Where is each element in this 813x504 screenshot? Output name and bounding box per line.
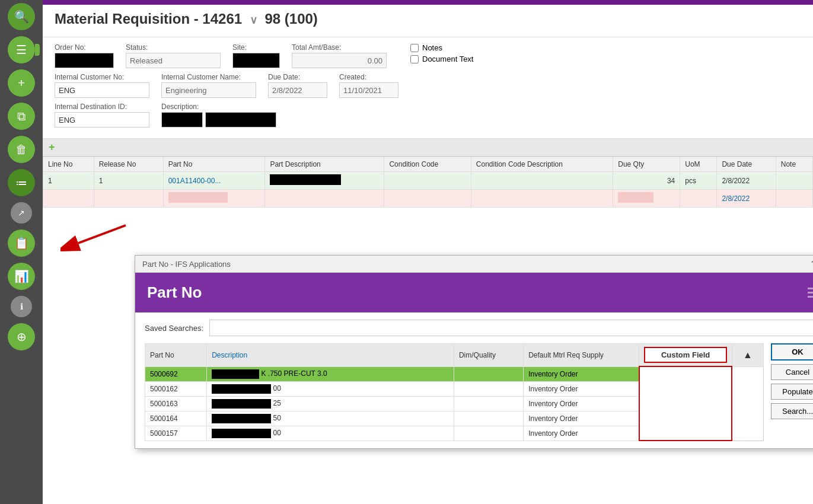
notes-checkbox[interactable] [410, 44, 419, 52]
internal-customer-name-group: Internal Customer Name: Engineering [161, 73, 256, 98]
form-section: Order No: Status: Released Site: Total A… [43, 37, 813, 138]
form-row-1: Order No: Status: Released Site: Total A… [55, 43, 801, 68]
order-no-input[interactable] [55, 53, 114, 68]
modal-titlebar: Part No - IFS Applications ? × [135, 256, 813, 273]
sidebar-btn-add2[interactable]: ⊕ [8, 323, 35, 350]
grid-header: Line No Release No Part No Part Descript… [43, 157, 813, 172]
description-label: Description: [161, 103, 276, 111]
cell-modal-supply-2: Inventory Order [524, 381, 639, 396]
cell-line-no-2 [43, 190, 94, 208]
grid-toolbar: + [43, 139, 813, 157]
modal-col-description: Description [207, 344, 454, 367]
cell-modal-desc-4: 50 [207, 411, 454, 426]
modal-content-area: Part No Description Dim/Quality Default … [145, 343, 813, 441]
cell-uom-2 [680, 190, 717, 208]
cell-condition-code-2 [384, 190, 471, 208]
cell-uom: pcs [680, 172, 717, 190]
table-row[interactable]: 1 1 001A11400-00... 34 pcs 2/8/2022 [43, 172, 813, 190]
col-due-date: Due Date [717, 157, 776, 172]
due-date-input[interactable]: 2/8/2022 [268, 82, 327, 98]
add2-icon: ⊕ [17, 330, 27, 344]
order-no-group: Order No: [55, 43, 114, 68]
cancel-button[interactable]: Cancel [771, 364, 813, 380]
col-condition-code: Condition Code [384, 157, 471, 172]
cell-line-no: 1 [43, 172, 94, 190]
search-button[interactable]: Search... [771, 403, 813, 419]
sidebar-btn-chart[interactable]: 📊 [8, 263, 35, 290]
sidebar-btn-delete[interactable]: 🗑 [8, 136, 35, 163]
cell-modal-supply-4: Inventory Order [524, 411, 639, 426]
modal-col-dim-quality: Dim/Quality [454, 344, 523, 367]
cell-modal-desc-5: 00 [207, 426, 454, 441]
cell-modal-part-no: 5000692 [145, 366, 207, 381]
main-content: Material Requisition - 14261 ∨ 98 (100) … [43, 0, 813, 504]
sidebar-btn-clipboard[interactable]: 📋 [8, 229, 35, 257]
dropdown-arrow-icon[interactable]: ∨ [250, 14, 257, 26]
site-group: Site: [232, 43, 280, 68]
document-text-checkbox[interactable] [410, 55, 419, 63]
title-text: Material Requisition - 14261 [55, 11, 242, 27]
modal-heading: Part No [147, 283, 202, 302]
modal-col-supply: Default Mtrl Req Supply [524, 344, 639, 367]
scroll-up-icon[interactable]: ▲ [737, 347, 758, 363]
sidebar-btn-add[interactable]: + [8, 69, 35, 97]
red-arrow-annotation [60, 219, 132, 257]
cell-cond-code-desc [471, 172, 613, 190]
grid-section: + Line No Release No Part No Part Descri… [43, 138, 813, 208]
total-amt-input[interactable]: 0.00 [292, 53, 387, 68]
total-amt-label: Total Amt/Base: [292, 43, 387, 52]
cell-modal-part-no-4: 5000164 [145, 411, 207, 426]
order-no-label: Order No: [55, 43, 114, 52]
modal-table-row[interactable]: 5000692 K .750 PRE-CUT 3.0 Inventory Ord… [145, 366, 764, 381]
col-uom: UoM [680, 157, 717, 172]
modal-grid-view-icon[interactable] [808, 288, 813, 298]
cell-release-no-2 [94, 190, 163, 208]
created-input[interactable]: 11/10/2021 [339, 82, 398, 98]
internal-dest-input[interactable]: ENG [55, 112, 149, 127]
menu-arrow-tab [35, 44, 40, 56]
modal-body: Saved Searches: Part No Description Dim/… [135, 312, 813, 448]
modal-side-buttons: OK Cancel Populate Search... [771, 343, 813, 441]
internal-customer-no-label: Internal Customer No: [55, 73, 149, 81]
sidebar-btn-navigate[interactable]: ↗ [11, 202, 32, 224]
cell-part-no: 001A11400-00... [163, 172, 265, 190]
modal-dialog: Part No - IFS Applications ? × Part No [135, 255, 813, 449]
saved-searches-select[interactable] [209, 320, 813, 336]
cell-modal-dim [454, 366, 523, 381]
site-input[interactable] [232, 53, 280, 68]
ok-button[interactable]: OK [771, 343, 813, 361]
sidebar-btn-info[interactable]: ℹ [11, 296, 32, 317]
add-icon: + [18, 76, 25, 90]
sidebar-btn-copy[interactable]: ⧉ [8, 103, 35, 130]
description-input-2[interactable] [205, 112, 276, 127]
notes-checkbox-item: Notes [410, 43, 473, 52]
saved-searches-row: Saved Searches: [145, 320, 813, 336]
populate-button[interactable]: Populate [771, 384, 813, 400]
grid-table: Line No Release No Part No Part Descript… [43, 157, 813, 208]
table-row[interactable]: 2/8/2022 [43, 190, 813, 208]
saved-searches-label: Saved Searches: [145, 324, 203, 333]
custom-field-cell[interactable] [639, 366, 732, 441]
internal-customer-name-input[interactable]: Engineering [161, 82, 256, 98]
status-input[interactable]: Released [126, 53, 221, 68]
sidebar-btn-list[interactable]: ≔ [8, 169, 35, 196]
internal-dest-label: Internal Destination ID: [55, 103, 149, 111]
grid-add-button[interactable]: + [49, 141, 55, 154]
internal-customer-no-group: Internal Customer No: ENG [55, 73, 149, 98]
svg-line-1 [78, 225, 126, 243]
sidebar-btn-menu[interactable]: ☰ [8, 36, 35, 63]
modal-table-body: 5000692 K .750 PRE-CUT 3.0 Inventory Ord… [145, 366, 764, 441]
page-header: Material Requisition - 14261 ∨ 98 (100) [43, 5, 813, 37]
cell-note-2 [776, 190, 812, 208]
top-purple-bar [43, 0, 813, 5]
description-input-1[interactable] [161, 112, 203, 127]
internal-customer-no-input[interactable]: ENG [55, 82, 149, 98]
status-label: Status: [126, 43, 221, 52]
modal-col-scroll[interactable]: ▲ [732, 344, 763, 367]
document-text-label: Document Text [422, 55, 473, 63]
cell-modal-desc: K .750 PRE-CUT 3.0 [207, 366, 454, 381]
sidebar-btn-search[interactable]: 🔍 [8, 3, 35, 30]
created-label: Created: [339, 73, 398, 81]
modal-results-table: Part No Description Dim/Quality Default … [145, 343, 764, 441]
col-part-desc: Part Description [265, 157, 384, 172]
